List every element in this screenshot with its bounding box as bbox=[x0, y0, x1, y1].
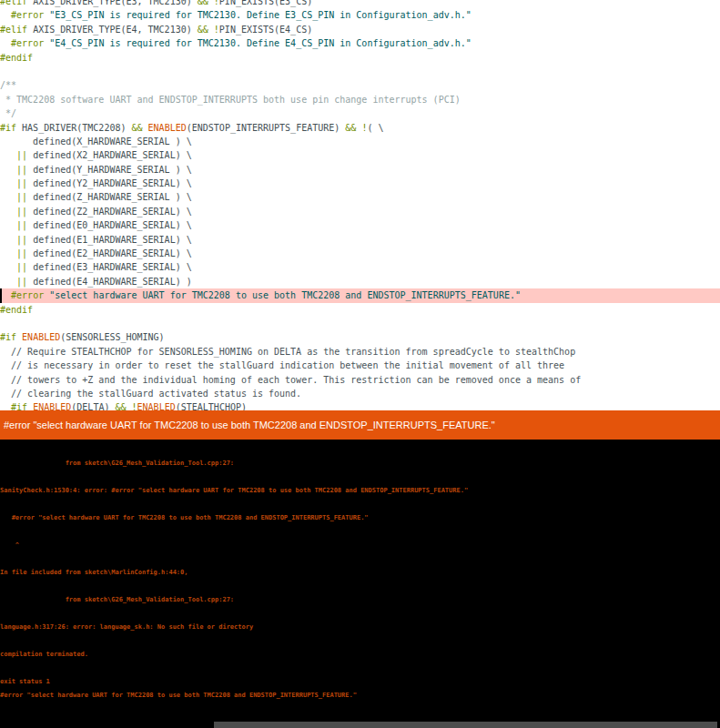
code-token-directive: || bbox=[16, 277, 27, 287]
code-line[interactable]: || defined(E3_HARDWARE_SERIAL) \ bbox=[0, 260, 720, 274]
code-token-directive: #elif bbox=[0, 25, 27, 35]
code-token-plain bbox=[0, 248, 16, 258]
code-token-linecomment: // clearing the stallGuard activated sta… bbox=[0, 389, 301, 399]
code-token-plain: (ENDSTOP_INTERRUPTS_FEATURE) bbox=[187, 123, 346, 133]
code-line[interactable]: /** bbox=[0, 78, 720, 92]
console-line: from sketch\G26_Mesh_Validation_Tool.cpp… bbox=[0, 593, 720, 607]
console-line: SanityCheck.h:1530:4: error: #error "sel… bbox=[0, 484, 720, 498]
code-token-plain bbox=[0, 150, 16, 160]
code-token-directive: && ! bbox=[198, 0, 219, 6]
code-line[interactable]: || defined(E4_HARDWARE_SERIAL) ) bbox=[0, 275, 720, 288]
code-token-plain bbox=[0, 38, 11, 48]
text-cursor bbox=[0, 288, 2, 302]
code-token-plain: defined(X_HARDWARE_SERIAL ) \ bbox=[0, 136, 192, 147]
code-line[interactable]: || defined(E2_HARDWARE_SERIAL) \ bbox=[0, 247, 720, 260]
code-line-error-highlighted[interactable]: #error "select hardware UART for TMC2208… bbox=[0, 288, 720, 302]
code-token-plain: defined(Y_HARDWARE_SERIAL ) \ bbox=[27, 165, 192, 175]
code-token-directive: || bbox=[16, 262, 27, 272]
code-token-plain bbox=[0, 10, 11, 20]
code-line[interactable]: || defined(X2_HARDWARE_SERIAL) \ bbox=[0, 148, 720, 162]
code-line[interactable]: #elif AXIS_DRIVER_TYPE(E4, TMC2130) && !… bbox=[0, 23, 720, 36]
console-line bbox=[0, 662, 720, 675]
code-line[interactable] bbox=[0, 65, 720, 78]
horizontal-scrollbar[interactable] bbox=[214, 722, 717, 728]
console-line bbox=[0, 525, 720, 539]
code-token-directive: || bbox=[16, 150, 27, 160]
code-line[interactable]: // towers to +Z and the individual homin… bbox=[0, 373, 720, 387]
code-token-linecomment: // Require STEALTHCHOP for SENSORLESS_HO… bbox=[0, 347, 575, 357]
code-token-directive: #if bbox=[11, 402, 27, 410]
console-output[interactable]: from sketch\G26_Mesh_Validation_Tool.cpp… bbox=[0, 440, 720, 728]
code-line[interactable]: // clearing the stallGuard activated sta… bbox=[0, 387, 720, 400]
code-line[interactable]: #endif bbox=[0, 303, 720, 317]
code-token-directive: #error bbox=[11, 38, 44, 48]
code-line[interactable]: // is necessary in order to reset the st… bbox=[0, 359, 720, 372]
console-line bbox=[0, 580, 720, 593]
code-token-directive: || bbox=[16, 235, 27, 245]
code-token-plain: (STEALTHCHOP) bbox=[176, 402, 247, 410]
console-line bbox=[0, 498, 720, 511]
code-line[interactable]: || defined(Y2_HARDWARE_SERIAL) \ bbox=[0, 177, 720, 190]
code-token-plain bbox=[0, 402, 11, 410]
code-token-plain: defined(Z2_HARDWARE_SERIAL) \ bbox=[27, 207, 192, 217]
code-token-plain: defined(E2_HARDWARE_SERIAL) \ bbox=[27, 248, 192, 258]
console-line: ^ bbox=[0, 539, 720, 552]
code-line[interactable]: #error "E4_CS_PIN is required for TMC213… bbox=[0, 36, 720, 50]
code-token-directive: #error bbox=[11, 290, 44, 300]
code-line[interactable]: || defined(E1_HARDWARE_SERIAL) \ bbox=[0, 233, 720, 247]
code-token-directive: #endif bbox=[0, 53, 33, 63]
console-lines: from sketch\G26_Mesh_Validation_Tool.cpp… bbox=[0, 443, 720, 703]
code-token-directive: #if bbox=[0, 332, 16, 342]
code-token-string: "select hardware UART for TMC2208 to use… bbox=[49, 290, 521, 300]
code-token-string: "E4_CS_PIN is required for TMC2130. Defi… bbox=[49, 38, 472, 48]
console-line: exit status 1 bbox=[0, 675, 720, 689]
code-line[interactable]: || defined(E0_HARDWARE_SERIAL) \ bbox=[0, 218, 720, 232]
code-token-directive: && ! bbox=[115, 402, 137, 410]
code-token-directive: && ! bbox=[198, 25, 219, 35]
code-line[interactable]: || defined(Z2_HARDWARE_SERIAL) \ bbox=[0, 205, 720, 218]
code-line[interactable]: * TMC2208 software UART and ENDSTOP_INTE… bbox=[0, 93, 720, 106]
code-token-plain: ( \ bbox=[367, 123, 383, 133]
code-token-plain: (SENSORLESS_HOMING) bbox=[60, 332, 164, 342]
code-token-directive: #endif bbox=[0, 305, 33, 315]
code-editor[interactable]: #elif AXIS_DRIVER_TYPE(E3, TMC2130) && !… bbox=[0, 0, 720, 410]
code-line[interactable]: #if ENABLED(SENSORLESS_HOMING) bbox=[0, 330, 720, 344]
code-line[interactable]: || defined(Z_HARDWARE_SERIAL ) \ bbox=[0, 190, 720, 204]
code-token-linecomment: // towers to +Z and the individual homin… bbox=[0, 375, 581, 385]
code-token-plain: HAS_DRIVER(TMC2208) bbox=[16, 123, 131, 133]
code-token-comment: * TMC2208 software UART and ENDSTOP_INTE… bbox=[0, 95, 461, 105]
console-line bbox=[0, 443, 720, 457]
code-token-string: "E3_CS_PIN is required for TMC2130. Defi… bbox=[49, 10, 472, 20]
code-line[interactable]: defined(X_HARDWARE_SERIAL ) \ bbox=[0, 135, 720, 148]
code-token-directive: || bbox=[16, 220, 27, 230]
code-line[interactable]: // Require STEALTHCHOP for SENSORLESS_HO… bbox=[0, 345, 720, 359]
code-token-plain bbox=[0, 277, 16, 287]
code-line[interactable]: #if HAS_DRIVER(TMC2208) && ENABLED(ENDST… bbox=[0, 121, 720, 135]
code-token-plain: defined(X2_HARDWARE_SERIAL) \ bbox=[27, 150, 192, 160]
code-token-directive: #elif bbox=[0, 0, 27, 6]
code-token-plain: defined(Y2_HARDWARE_SERIAL) \ bbox=[27, 178, 192, 188]
code-token-plain: defined(E1_HARDWARE_SERIAL) \ bbox=[27, 235, 192, 245]
code-line[interactable]: || defined(Y_HARDWARE_SERIAL ) \ bbox=[0, 163, 720, 177]
code-line[interactable]: #endif bbox=[0, 51, 720, 65]
code-token-directive: || bbox=[16, 178, 27, 188]
code-token-plain bbox=[0, 207, 16, 217]
code-line[interactable]: */ bbox=[0, 106, 720, 120]
code-token-keyword: ENABLED bbox=[148, 123, 187, 133]
code-token-directive: || bbox=[16, 207, 27, 217]
code-line[interactable] bbox=[0, 317, 720, 330]
code-token-plain bbox=[0, 235, 16, 245]
code-token-plain bbox=[0, 220, 16, 230]
console-line: In file included from sketch\MarlinConfi… bbox=[0, 566, 720, 580]
code-token-comment: */ bbox=[0, 108, 16, 118]
code-line[interactable]: #error "E3_CS_PIN is required for TMC213… bbox=[0, 8, 720, 22]
code-token-plain bbox=[0, 262, 16, 272]
code-token-plain bbox=[0, 178, 16, 188]
code-line[interactable]: #if ENABLED(DELTA) && !ENABLED(STEALTHCH… bbox=[0, 400, 720, 410]
console-line bbox=[0, 607, 720, 621]
code-token-plain: PIN_EXISTS(E3_CS) bbox=[219, 0, 312, 6]
code-line[interactable]: #elif AXIS_DRIVER_TYPE(E3, TMC2130) && !… bbox=[0, 0, 720, 8]
code-token-directive: && ! bbox=[345, 123, 367, 133]
code-token-directive: || bbox=[16, 165, 27, 175]
console-line: #error "select hardware UART for TMC2208… bbox=[0, 689, 720, 703]
